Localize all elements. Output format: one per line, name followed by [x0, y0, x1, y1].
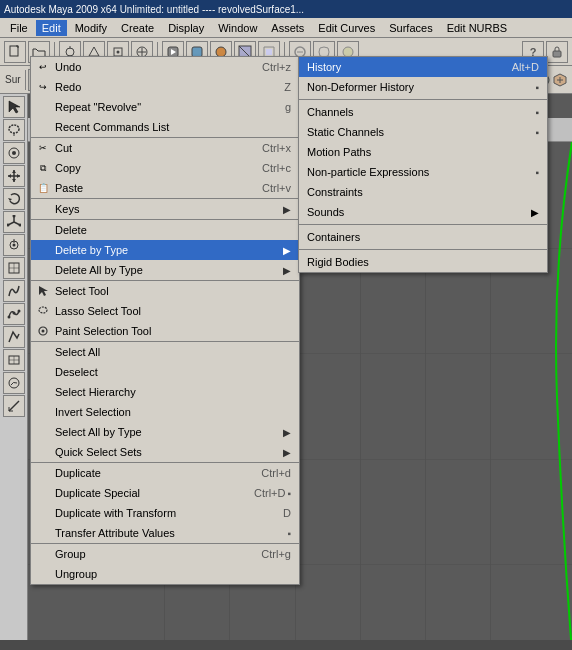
left-icon-soft[interactable] — [3, 326, 25, 348]
paste-icon: 📋 — [35, 180, 51, 196]
menu-select-tool[interactable]: Select Tool — [31, 281, 299, 301]
edit-dropdown: ↩ Undo Ctrl+z ↪ Redo Z Repeat "Revolve" … — [30, 56, 300, 585]
submenu-nonparticle-expr[interactable]: Non-particle Expressions ▪ — [299, 162, 547, 182]
menu-select-all-by-type[interactable]: Select All by Type ▶ — [31, 422, 299, 442]
menu-window[interactable]: Window — [212, 20, 263, 36]
toolbar-lock[interactable] — [546, 41, 568, 63]
svg-point-102 — [42, 330, 45, 333]
left-icon-sculpt[interactable] — [3, 372, 25, 394]
duplicate-special-option-icon: ▪ — [287, 488, 291, 499]
menu-duplicate-special[interactable]: Duplicate Special Ctrl+D ▪ — [31, 483, 299, 503]
copy-icon: ⧉ — [35, 160, 51, 176]
menu-create[interactable]: Create — [115, 20, 160, 36]
menu-bar: File Edit Modify Create Display Window A… — [0, 18, 572, 38]
svg-point-70 — [7, 316, 10, 319]
select-tool-icon — [35, 283, 51, 299]
left-icon-select[interactable] — [3, 96, 25, 118]
left-icon-move[interactable] — [3, 165, 25, 187]
svg-marker-53 — [12, 170, 16, 173]
svg-marker-54 — [12, 179, 16, 182]
menu-cut[interactable]: ✂ Cut Ctrl+x — [31, 138, 299, 158]
menu-section-1: ↩ Undo Ctrl+z ↪ Redo Z Repeat "Revolve" … — [31, 57, 299, 138]
menu-invert-selection[interactable]: Invert Selection — [31, 402, 299, 422]
left-icon-manip[interactable] — [3, 234, 25, 256]
menu-section-7: Duplicate Ctrl+d Duplicate Special Ctrl+… — [31, 463, 299, 544]
redo-icon: ↪ — [35, 79, 51, 95]
submenu-rigid-bodies[interactable]: Rigid Bodies — [299, 252, 547, 272]
left-icon-measure[interactable] — [3, 395, 25, 417]
menu-undo[interactable]: ↩ Undo Ctrl+z — [31, 57, 299, 77]
paint-select-icon — [35, 323, 51, 339]
menu-duplicate[interactable]: Duplicate Ctrl+d — [31, 463, 299, 483]
menu-copy[interactable]: ⧉ Copy Ctrl+c — [31, 158, 299, 178]
svg-marker-4 — [89, 47, 99, 56]
menu-keys[interactable]: Keys ▶ — [31, 199, 299, 219]
title-bar: Autodesk Maya 2009 x64 Unlimited: untitl… — [0, 0, 572, 18]
menu-repeat[interactable]: Repeat "Revolve" g — [31, 97, 299, 117]
menu-group[interactable]: Group Ctrl+g — [31, 544, 299, 564]
static-channels-option-icon: ▪ — [535, 127, 539, 138]
svg-line-77 — [9, 401, 19, 411]
submenu-constraints[interactable]: Constraints — [299, 182, 547, 202]
menu-edit-curves[interactable]: Edit Curves — [312, 20, 381, 36]
svg-rect-12 — [192, 47, 202, 57]
tb2-icon15[interactable] — [552, 69, 568, 91]
menu-assets[interactable]: Assets — [265, 20, 310, 36]
left-icon-rotate[interactable] — [3, 188, 25, 210]
svg-point-71 — [12, 312, 15, 315]
menu-paste[interactable]: 📋 Paste Ctrl+v — [31, 178, 299, 198]
menu-modify[interactable]: Modify — [69, 20, 113, 36]
submenu-history[interactable]: History Alt+D — [299, 57, 547, 77]
menu-file[interactable]: File — [4, 20, 34, 36]
submenu-sep-2 — [299, 224, 547, 225]
left-icon-snap[interactable] — [3, 257, 25, 279]
submenu-sounds[interactable]: Sounds ▶ — [299, 202, 547, 222]
submenu-non-deformer-history[interactable]: Non-Deformer History ▪ — [299, 77, 547, 97]
menu-surfaces[interactable]: Surfaces — [383, 20, 438, 36]
toolbar-new[interactable] — [4, 41, 26, 63]
menu-display[interactable]: Display — [162, 20, 210, 36]
menu-deselect[interactable]: Deselect — [31, 362, 299, 382]
menu-edit-nurbs[interactable]: Edit NURBS — [441, 20, 514, 36]
svg-marker-46 — [9, 101, 20, 113]
menu-delete[interactable]: Delete — [31, 220, 299, 240]
svg-rect-21 — [553, 51, 561, 57]
menu-section-5: Select Tool Lasso Select Tool Paint Sele… — [31, 281, 299, 342]
svg-point-65 — [12, 244, 15, 247]
menu-delete-all-by-type[interactable]: Delete All by Type ▶ — [31, 260, 299, 280]
left-icon-scale[interactable] — [3, 211, 25, 233]
nonparticle-option-icon: ▪ — [535, 167, 539, 178]
menu-section-8: Group Ctrl+g Ungroup — [31, 544, 299, 584]
submenu-sep-1 — [299, 99, 547, 100]
left-icon-lattice[interactable] — [3, 349, 25, 371]
lasso-icon — [35, 303, 51, 319]
submenu-channels[interactable]: Channels ▪ — [299, 102, 547, 122]
left-icon-deform[interactable] — [3, 303, 25, 325]
svg-point-13 — [216, 47, 226, 57]
tb2-sur: Sur — [4, 69, 22, 91]
menu-section-4: Delete Delete by Type ▶ Delete All by Ty… — [31, 220, 299, 281]
menu-edit[interactable]: Edit — [36, 20, 67, 36]
menu-select-all[interactable]: Select All — [31, 342, 299, 362]
menu-recent[interactable]: Recent Commands List — [31, 117, 299, 137]
menu-redo[interactable]: ↪ Redo Z — [31, 77, 299, 97]
menu-transfer-attr[interactable]: Transfer Attribute Values ▪ — [31, 523, 299, 543]
submenu-motion-paths[interactable]: Motion Paths — [299, 142, 547, 162]
menu-section-3: Keys ▶ — [31, 199, 299, 220]
submenu-containers[interactable]: Containers — [299, 227, 547, 247]
menu-delete-by-type[interactable]: Delete by Type ▶ — [31, 240, 299, 260]
menu-ungroup[interactable]: Ungroup — [31, 564, 299, 584]
menu-quick-select-sets[interactable]: Quick Select Sets ▶ — [31, 442, 299, 462]
delete-by-type-submenu: History Alt+D Non-Deformer History ▪ Cha… — [298, 56, 548, 273]
menu-section-6: Select All Deselect Select Hierarchy Inv… — [31, 342, 299, 463]
left-icon-paint[interactable] — [3, 142, 25, 164]
menu-select-hierarchy[interactable]: Select Hierarchy — [31, 382, 299, 402]
menu-duplicate-transform[interactable]: Duplicate with Transform D — [31, 503, 299, 523]
left-icon-lasso[interactable] — [3, 119, 25, 141]
submenu-static-channels[interactable]: Static Channels ▪ — [299, 122, 547, 142]
svg-marker-99 — [39, 286, 48, 296]
svg-marker-17 — [266, 49, 272, 55]
menu-paint-selection[interactable]: Paint Selection Tool — [31, 321, 299, 341]
menu-lasso-select[interactable]: Lasso Select Tool — [31, 301, 299, 321]
left-icon-curve[interactable] — [3, 280, 25, 302]
